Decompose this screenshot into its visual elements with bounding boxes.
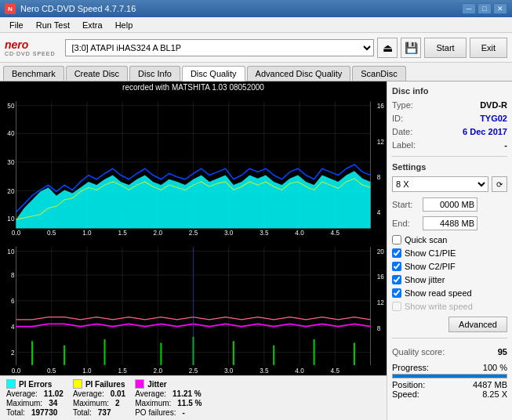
svg-text:20: 20 [7,187,15,195]
pi-errors-total-value: 197730 [31,408,57,417]
svg-text:16: 16 [377,102,385,110]
show-jitter-checkbox[interactable] [392,275,401,284]
svg-text:3.5: 3.5 [260,229,269,237]
pi-errors-max-label: Maximum: [6,399,42,407]
disc-info-title: Disc info [392,86,507,96]
speed-value: 8.25 X [482,389,507,399]
show-c2-pif-label: Show C2/PIF [405,262,456,271]
settings-icon-btn[interactable]: ⟳ [492,176,507,192]
show-read-speed-row: Show read speed [392,288,507,298]
pi-failures-total-label: Total: [73,408,92,417]
menu-extra[interactable]: Extra [76,19,109,31]
pi-errors-avg-value: 11.02 [44,389,64,398]
svg-text:3.0: 3.0 [224,366,234,374]
po-failures-value: - [182,408,184,417]
end-input[interactable] [423,216,478,230]
logo-nero: nero [5,38,56,51]
close-button[interactable]: ✕ [493,3,507,14]
quick-scan-checkbox[interactable] [392,235,401,244]
svg-text:2.0: 2.0 [154,229,163,237]
svg-text:1.5: 1.5 [118,366,127,374]
pi-failures-total-value: 737 [98,408,111,417]
svg-text:2.5: 2.5 [189,366,198,374]
show-c2-pif-checkbox[interactable] [392,262,401,271]
svg-text:10: 10 [7,215,15,223]
start-label: Start: [392,200,419,209]
speed-label: Speed: [392,389,419,399]
svg-text:4: 4 [11,323,15,331]
tab-advanced-disc-quality[interactable]: Advanced Disc Quality [247,66,351,81]
pi-failures-icon [73,379,82,389]
advanced-button[interactable]: Advanced [448,317,507,332]
disc-id-value: TYG02 [480,114,507,123]
eject-button[interactable]: ⏏ [377,38,398,58]
svg-text:4.0: 4.0 [295,366,304,374]
quick-scan-row: Quick scan [392,235,507,244]
svg-text:12: 12 [377,299,384,306]
jitter-avg-value: 11.21 % [172,389,202,398]
show-c1-pie-label: Show C1/PIE [405,248,456,258]
legend-pi-failures: PI Failures Average: 0.01 Maximum: 2 Tot… [73,379,125,417]
svg-text:8: 8 [377,173,381,181]
window-controls: ─ □ ✕ [462,3,507,14]
tab-disc-quality[interactable]: Disc Quality [182,66,245,81]
divider-1 [392,156,507,157]
svg-text:40: 40 [7,129,15,137]
pi-errors-max-value: 34 [49,399,57,407]
pi-failures-avg-value: 0.01 [111,389,125,398]
title-bar: N Nero CD-DVD Speed 4.7.7.16 ─ □ ✕ [0,0,512,17]
svg-text:6: 6 [11,297,15,305]
disc-label-row: Label: - [392,140,507,150]
tab-disc-info[interactable]: Disc Info [129,66,180,81]
menu-run-test[interactable]: Run Test [30,19,76,31]
start-input[interactable] [423,197,478,212]
pi-failures-max-label: Maximum: [73,399,109,407]
menu-bar: File Run Test Extra Help [0,17,512,33]
save-button[interactable]: 💾 [401,38,421,58]
position-value: 4487 MB [473,380,507,389]
progress-bar [393,375,507,378]
exit-button[interactable]: Exit [470,38,507,58]
quick-scan-label: Quick scan [405,235,447,244]
end-mb-row: End: [392,216,507,230]
svg-text:3.5: 3.5 [260,366,269,374]
jitter-avg-label: Average: [135,389,166,398]
speed-select[interactable]: 8 X [392,176,488,192]
progress-bar-container [392,374,507,378]
show-jitter-row: Show jitter [392,275,507,284]
disc-label-label: Label: [392,140,416,150]
progress-value: 100 % [483,363,507,372]
main-content: recorded with MATSHITA 1.03 08052000 50 … [0,81,512,420]
svg-text:16: 16 [377,273,384,281]
svg-text:8: 8 [377,324,381,332]
tab-scandisc[interactable]: ScanDisc [352,66,405,81]
show-c2-pif-row: Show C2/PIF [392,262,507,271]
upper-chart: 50 40 30 20 10 16 12 8 4 [0,93,387,237]
pi-failures-max-value: 2 [115,399,120,407]
show-c1-pie-checkbox[interactable] [392,248,401,258]
disc-label-value: - [504,140,507,150]
tab-create-disc[interactable]: Create Disc [66,66,128,81]
app-icon: N [5,3,16,14]
svg-text:30: 30 [7,158,15,166]
drive-select[interactable]: [3:0] ATAPI iHAS324 A BL1P [65,39,375,56]
svg-text:0.5: 0.5 [47,366,56,374]
minimize-button[interactable]: ─ [462,3,476,14]
speed-row: 8 X ⟳ [392,176,507,192]
maximize-button[interactable]: □ [478,3,492,14]
menu-help[interactable]: Help [109,19,140,31]
menu-file[interactable]: File [3,19,30,31]
svg-text:0.5: 0.5 [47,229,56,237]
disc-date-value: 6 Dec 2017 [463,127,507,136]
legend-area: PI Errors Average: 11.02 Maximum: 34 Tot… [0,375,387,420]
show-read-speed-checkbox[interactable] [392,288,401,298]
start-button[interactable]: Start [424,38,466,58]
legend-pi-errors: PI Errors Average: 11.02 Maximum: 34 Tot… [6,379,64,417]
disc-date-label: Date: [392,127,412,136]
show-write-speed-row: Show write speed [392,302,507,311]
speed-row: Speed: 8.25 X [392,389,507,399]
show-write-speed-checkbox[interactable] [392,302,401,311]
svg-text:50: 50 [7,102,15,110]
tab-benchmark[interactable]: Benchmark [3,66,64,81]
disc-type-row: Type: DVD-R [392,100,507,110]
